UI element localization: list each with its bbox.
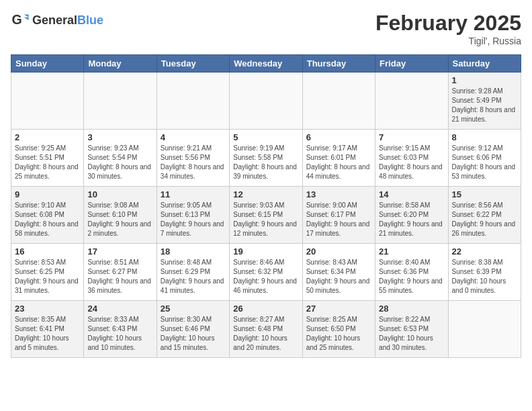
day-info: Sunrise: 9:08 AM Sunset: 6:10 PM Dayligh… — [87, 201, 152, 238]
calendar-cell: 8Sunrise: 9:12 AM Sunset: 6:06 PM Daylig… — [448, 130, 521, 187]
calendar-cell: 10Sunrise: 9:08 AM Sunset: 6:10 PM Dayli… — [84, 187, 157, 244]
day-number: 19 — [233, 246, 298, 257]
calendar-cell: 24Sunrise: 8:33 AM Sunset: 6:43 PM Dayli… — [84, 301, 157, 358]
day-number: 1 — [452, 75, 517, 85]
weekday-header-sunday: Sunday — [11, 55, 84, 73]
day-number: 16 — [15, 246, 80, 257]
day-number: 7 — [379, 132, 444, 142]
location-subtitle: Tigil', Russia — [375, 36, 521, 46]
day-number: 17 — [87, 246, 152, 257]
day-number: 4 — [161, 132, 226, 142]
calendar-cell: 6Sunrise: 9:17 AM Sunset: 6:01 PM Daylig… — [302, 130, 375, 187]
calendar-cell: 19Sunrise: 8:46 AM Sunset: 6:32 PM Dayli… — [230, 244, 302, 301]
calendar-cell: 12Sunrise: 9:03 AM Sunset: 6:15 PM Dayli… — [230, 187, 302, 244]
calendar-table: SundayMondayTuesdayWednesdayThursdayFrid… — [11, 54, 521, 358]
day-number: 18 — [161, 246, 226, 257]
day-info: Sunrise: 9:23 AM Sunset: 5:54 PM Dayligh… — [87, 144, 152, 181]
weekday-header-thursday: Thursday — [302, 55, 375, 73]
calendar-cell: 21Sunrise: 8:40 AM Sunset: 6:36 PM Dayli… — [375, 244, 448, 301]
weekday-header-row: SundayMondayTuesdayWednesdayThursdayFrid… — [11, 55, 521, 73]
calendar-cell — [448, 301, 521, 358]
calendar-cell — [302, 73, 375, 130]
day-number: 11 — [161, 189, 226, 199]
calendar-cell — [157, 73, 229, 130]
day-info: Sunrise: 9:10 AM Sunset: 6:08 PM Dayligh… — [15, 201, 80, 238]
week-row-3: 9Sunrise: 9:10 AM Sunset: 6:08 PM Daylig… — [11, 187, 521, 244]
day-info: Sunrise: 9:25 AM Sunset: 5:51 PM Dayligh… — [15, 144, 80, 181]
day-info: Sunrise: 9:15 AM Sunset: 6:03 PM Dayligh… — [379, 144, 444, 181]
day-info: Sunrise: 8:35 AM Sunset: 6:41 PM Dayligh… — [15, 315, 80, 353]
weekday-header-saturday: Saturday — [448, 55, 521, 73]
calendar-cell: 13Sunrise: 9:00 AM Sunset: 6:17 PM Dayli… — [302, 187, 375, 244]
day-info: Sunrise: 8:27 AM Sunset: 6:48 PM Dayligh… — [233, 315, 298, 353]
day-info: Sunrise: 8:30 AM Sunset: 6:46 PM Dayligh… — [161, 315, 226, 353]
calendar-cell: 2Sunrise: 9:25 AM Sunset: 5:51 PM Daylig… — [11, 130, 84, 187]
week-row-1: 1Sunrise: 9:28 AM Sunset: 5:49 PM Daylig… — [11, 73, 521, 130]
logo-blue: Blue — [77, 13, 103, 28]
calendar-cell: 7Sunrise: 9:15 AM Sunset: 6:03 PM Daylig… — [375, 130, 448, 187]
svg-marker-1 — [24, 15, 29, 17]
day-info: Sunrise: 8:43 AM Sunset: 6:34 PM Dayligh… — [306, 258, 371, 295]
day-number: 13 — [306, 189, 371, 199]
calendar-cell: 16Sunrise: 8:53 AM Sunset: 6:25 PM Dayli… — [11, 244, 84, 301]
weekday-header-wednesday: Wednesday — [230, 55, 302, 73]
day-number: 28 — [379, 304, 444, 314]
svg-marker-2 — [24, 17, 29, 20]
page-header: G General Blue February 2025 Tigil', Rus… — [11, 11, 521, 46]
calendar-cell: 27Sunrise: 8:25 AM Sunset: 6:50 PM Dayli… — [302, 301, 375, 358]
day-number: 23 — [15, 304, 80, 314]
week-row-4: 16Sunrise: 8:53 AM Sunset: 6:25 PM Dayli… — [11, 244, 521, 301]
day-info: Sunrise: 9:12 AM Sunset: 6:06 PM Dayligh… — [452, 144, 517, 181]
day-number: 20 — [306, 246, 371, 257]
title-area: February 2025 Tigil', Russia — [375, 11, 521, 46]
calendar-cell: 11Sunrise: 9:05 AM Sunset: 6:13 PM Dayli… — [157, 187, 229, 244]
calendar-cell: 28Sunrise: 8:22 AM Sunset: 6:53 PM Dayli… — [375, 301, 448, 358]
day-info: Sunrise: 8:48 AM Sunset: 6:29 PM Dayligh… — [161, 258, 226, 295]
day-info: Sunrise: 9:28 AM Sunset: 5:49 PM Dayligh… — [452, 87, 517, 124]
day-number: 10 — [87, 189, 152, 199]
calendar-cell: 20Sunrise: 8:43 AM Sunset: 6:34 PM Dayli… — [302, 244, 375, 301]
calendar-cell: 1Sunrise: 9:28 AM Sunset: 5:49 PM Daylig… — [448, 73, 521, 130]
weekday-header-friday: Friday — [375, 55, 448, 73]
day-info: Sunrise: 8:33 AM Sunset: 6:43 PM Dayligh… — [87, 315, 152, 353]
day-number: 27 — [306, 304, 371, 314]
day-info: Sunrise: 8:46 AM Sunset: 6:32 PM Dayligh… — [233, 258, 298, 295]
day-number: 12 — [233, 189, 298, 199]
week-row-5: 23Sunrise: 8:35 AM Sunset: 6:41 PM Dayli… — [11, 301, 521, 358]
day-number: 24 — [87, 304, 152, 314]
day-number: 15 — [452, 189, 517, 199]
day-number: 8 — [452, 132, 517, 142]
svg-text:G: G — [11, 12, 21, 27]
day-info: Sunrise: 8:40 AM Sunset: 6:36 PM Dayligh… — [379, 258, 444, 295]
day-number: 25 — [161, 304, 226, 314]
calendar-cell: 4Sunrise: 9:21 AM Sunset: 5:56 PM Daylig… — [157, 130, 229, 187]
calendar-cell — [230, 73, 302, 130]
day-number: 26 — [233, 304, 298, 314]
week-row-2: 2Sunrise: 9:25 AM Sunset: 5:51 PM Daylig… — [11, 130, 521, 187]
logo: G General Blue — [11, 11, 103, 30]
logo-icon: G — [11, 11, 30, 30]
calendar-cell: 15Sunrise: 8:56 AM Sunset: 6:22 PM Dayli… — [448, 187, 521, 244]
day-info: Sunrise: 8:22 AM Sunset: 6:53 PM Dayligh… — [379, 315, 444, 353]
day-number: 21 — [379, 246, 444, 257]
calendar-cell: 25Sunrise: 8:30 AM Sunset: 6:46 PM Dayli… — [157, 301, 229, 358]
calendar-cell: 9Sunrise: 9:10 AM Sunset: 6:08 PM Daylig… — [11, 187, 84, 244]
weekday-header-monday: Monday — [84, 55, 157, 73]
calendar-cell: 18Sunrise: 8:48 AM Sunset: 6:29 PM Dayli… — [157, 244, 229, 301]
logo-general: General — [32, 13, 77, 28]
calendar-cell — [375, 73, 448, 130]
month-title: February 2025 — [375, 11, 521, 36]
day-info: Sunrise: 8:58 AM Sunset: 6:20 PM Dayligh… — [379, 201, 444, 238]
day-info: Sunrise: 9:19 AM Sunset: 5:58 PM Dayligh… — [233, 144, 298, 181]
day-info: Sunrise: 8:25 AM Sunset: 6:50 PM Dayligh… — [306, 315, 371, 353]
calendar-cell — [84, 73, 157, 130]
calendar-cell: 26Sunrise: 8:27 AM Sunset: 6:48 PM Dayli… — [230, 301, 302, 358]
calendar-cell: 17Sunrise: 8:51 AM Sunset: 6:27 PM Dayli… — [84, 244, 157, 301]
day-number: 3 — [87, 132, 152, 142]
day-info: Sunrise: 8:56 AM Sunset: 6:22 PM Dayligh… — [452, 201, 517, 238]
day-number: 14 — [379, 189, 444, 199]
day-info: Sunrise: 9:17 AM Sunset: 6:01 PM Dayligh… — [306, 144, 371, 181]
day-number: 6 — [306, 132, 371, 142]
calendar-cell: 23Sunrise: 8:35 AM Sunset: 6:41 PM Dayli… — [11, 301, 84, 358]
calendar-cell — [11, 73, 84, 130]
